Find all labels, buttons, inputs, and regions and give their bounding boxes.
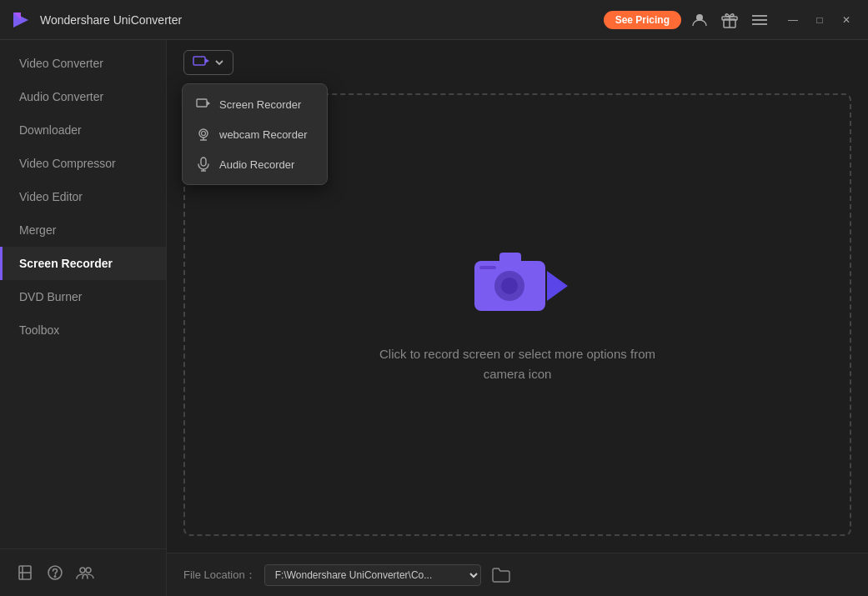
sidebar: Video Converter Audio Converter Download… — [0, 40, 167, 596]
title-bar: Wondershare UniConverter See Pricing — [0, 0, 868, 40]
webcam-recorder-label: webcam Recorder — [219, 128, 308, 141]
user-icon[interactable] — [688, 8, 711, 32]
svg-rect-24 — [201, 158, 206, 166]
browse-folder-button[interactable] — [489, 563, 513, 587]
file-location-select[interactable]: F:\Wondershare UniConverter\Co... — [264, 564, 481, 586]
app-logo — [10, 9, 32, 31]
svg-rect-18 — [197, 99, 207, 107]
drop-zone-text: Click to record screen or select more op… — [379, 344, 655, 384]
svg-point-13 — [54, 576, 55, 577]
sidebar-item-toolbox[interactable]: Toolbox — [0, 313, 166, 347]
community-icon[interactable] — [73, 561, 97, 584]
svg-point-21 — [202, 132, 206, 136]
svg-rect-16 — [193, 57, 205, 65]
svg-point-20 — [199, 129, 208, 138]
footer-bar: File Location： F:\Wondershare UniConvert… — [167, 553, 868, 596]
toolbar: Screen Recorder webcam Recorder — [167, 40, 868, 85]
app-body: Video Converter Audio Converter Download… — [0, 40, 868, 596]
webcam-recorder-menu-icon — [196, 127, 211, 142]
svg-rect-28 — [499, 253, 521, 266]
sidebar-item-video-compressor[interactable]: Video Compressor — [0, 147, 166, 180]
screen-recorder-icon — [193, 56, 209, 69]
recorder-type-dropdown[interactable] — [183, 50, 233, 75]
dropdown-item-webcam-recorder[interactable]: webcam Recorder — [183, 119, 327, 149]
svg-marker-19 — [207, 101, 210, 106]
screen-recorder-menu-icon — [196, 97, 211, 112]
hamburger-menu-icon[interactable] — [748, 8, 771, 32]
close-button[interactable]: ✕ — [835, 8, 858, 32]
sidebar-item-audio-converter[interactable]: Audio Converter — [0, 80, 166, 113]
svg-point-15 — [86, 568, 91, 573]
svg-marker-32 — [547, 271, 568, 301]
title-bar-actions: See Pricing — □ ✕ — [604, 8, 858, 32]
svg-point-14 — [80, 568, 85, 573]
book-icon[interactable] — [13, 561, 37, 584]
see-pricing-button[interactable]: See Pricing — [604, 11, 681, 29]
svg-rect-31 — [479, 266, 496, 269]
svg-point-30 — [501, 278, 518, 294]
sidebar-item-video-editor[interactable]: Video Editor — [0, 180, 166, 213]
dropdown-item-screen-recorder[interactable]: Screen Recorder — [183, 89, 327, 119]
window-controls: — □ ✕ — [781, 8, 858, 32]
recorder-dropdown-menu: Screen Recorder webcam Recorder — [182, 83, 328, 185]
chevron-down-icon — [214, 58, 224, 67]
app-title: Wondershare UniConverter — [40, 13, 604, 27]
file-location-label: File Location： — [183, 568, 256, 583]
audio-recorder-label: Audio Recorder — [219, 158, 294, 171]
minimize-button[interactable]: — — [781, 8, 805, 32]
main-content: Screen Recorder webcam Recorder — [167, 40, 868, 596]
sidebar-item-merger[interactable]: Merger — [0, 213, 166, 247]
sidebar-nav: Video Converter Audio Converter Download… — [0, 47, 166, 548]
sidebar-item-dvd-burner[interactable]: DVD Burner — [0, 280, 166, 313]
sidebar-footer — [0, 548, 166, 596]
camera-illustration — [468, 246, 568, 324]
dropdown-item-audio-recorder[interactable]: Audio Recorder — [183, 149, 327, 179]
help-icon[interactable] — [43, 561, 67, 584]
gift-icon[interactable] — [718, 8, 741, 32]
audio-recorder-menu-icon — [196, 157, 211, 172]
sidebar-item-downloader[interactable]: Downloader — [0, 113, 166, 147]
maximize-button[interactable]: □ — [808, 8, 831, 32]
sidebar-item-screen-recorder[interactable]: Screen Recorder — [0, 247, 166, 280]
screen-recorder-label: Screen Recorder — [219, 98, 301, 111]
svg-marker-17 — [205, 58, 209, 63]
sidebar-item-video-converter[interactable]: Video Converter — [0, 47, 166, 80]
